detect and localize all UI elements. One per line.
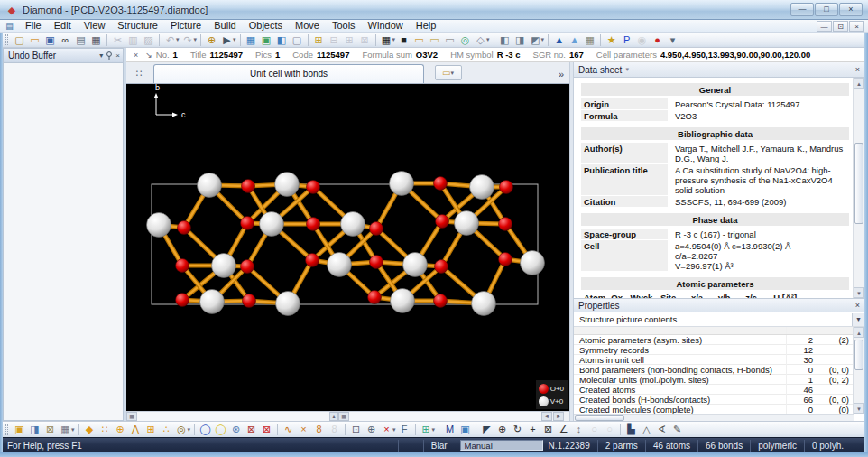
panel-yellow-icon[interactable]: ▣	[12, 423, 27, 436]
atom-o[interactable]	[241, 217, 254, 230]
picture-photo-icon[interactable]: ▣	[259, 33, 274, 47]
folder-up-icon[interactable]: ▭	[427, 33, 442, 47]
panel-menu-icon[interactable]: ▾	[625, 66, 629, 73]
menu-window[interactable]: Window	[362, 20, 410, 32]
hexagon-yellow-icon[interactable]: ◯	[213, 423, 228, 436]
blank-screen-icon[interactable]: ■	[396, 33, 411, 47]
cube-icon[interactable]: ⊡	[348, 423, 364, 436]
triangle-measure-icon[interactable]: △	[639, 423, 654, 436]
branch-bond-icon[interactable]: ⋀	[128, 423, 143, 436]
atom-v[interactable]	[470, 175, 494, 200]
picture-restore-icon[interactable]: ◧	[274, 33, 290, 47]
atom-o[interactable]	[178, 221, 191, 235]
toolbar-grip[interactable]	[5, 34, 8, 45]
atom-v[interactable]	[391, 289, 415, 313]
menu-help[interactable]: Help	[410, 20, 443, 32]
minimize-button[interactable]: —	[790, 3, 814, 16]
data-sheet-close-icon[interactable]: ×	[855, 65, 860, 74]
atom-v[interactable]	[455, 211, 479, 236]
pane-split-icon[interactable]: ▦	[126, 412, 137, 421]
scroll-up-icon[interactable]: ▲	[854, 78, 864, 89]
mdi-restore-button[interactable]: ⊡	[833, 21, 848, 32]
structure-canvas[interactable]: bc	[126, 84, 569, 411]
atom-v[interactable]	[472, 292, 496, 316]
atom-o[interactable]	[370, 256, 383, 269]
atom-v[interactable]	[390, 172, 414, 196]
properties-hscrollbar[interactable]	[574, 414, 854, 421]
spin-up-down-icon[interactable]: ▴	[329, 412, 338, 421]
window-cascade-icon[interactable]: ⊞	[311, 33, 327, 47]
atom-o[interactable]	[434, 177, 448, 191]
new-picture-button[interactable]: ▭ ▾	[435, 65, 462, 80]
atom-v[interactable]	[403, 253, 428, 277]
property-row[interactable]: Atoms in unit cell30	[574, 355, 853, 365]
goto-record-icon[interactable]: ↘	[145, 51, 152, 60]
chevron-down-icon[interactable]: ▾	[233, 36, 236, 43]
atom-v[interactable]	[200, 290, 225, 314]
menu-picture[interactable]: Picture	[164, 20, 208, 32]
atom-v[interactable]	[260, 212, 284, 237]
property-row[interactable]: Created bonds (H-bonds/contacts)66(0, 0)	[574, 395, 853, 405]
menu-structure[interactable]: Structure	[111, 20, 164, 32]
mdi-minimize-button[interactable]: —	[817, 21, 832, 32]
lattice-x-red-icon[interactable]: ⊠	[259, 423, 274, 436]
chevron-down-icon[interactable]: ▾	[432, 426, 436, 434]
property-row[interactable]: Created atoms46	[574, 385, 853, 395]
atom-o[interactable]	[499, 253, 512, 266]
cursor-icon[interactable]: ◤	[479, 423, 494, 436]
menu-file[interactable]: File	[19, 20, 48, 32]
open-folder-icon[interactable]: ▭	[27, 33, 42, 47]
chart-block-icon[interactable]: ▙	[623, 423, 639, 436]
fe-bond-icon[interactable]: F	[397, 423, 412, 436]
structure-viewport[interactable]: bc O+0V+0	[126, 84, 569, 411]
panel-close-icon[interactable]: ×	[115, 51, 120, 61]
property-row[interactable]: Symmetry records12	[574, 345, 853, 355]
angle-measure-icon[interactable]: ∢	[654, 423, 669, 436]
close-button[interactable]: ×	[839, 3, 863, 16]
atom-o[interactable]	[368, 291, 382, 304]
atom-o[interactable]	[436, 215, 449, 228]
scroll-left-icon[interactable]: ◄	[541, 412, 552, 421]
atom-diamond-icon[interactable]: ◆	[82, 423, 97, 436]
bond-link-icon[interactable]: ∿	[281, 423, 296, 436]
lattice-x-icon[interactable]: ⊠	[244, 423, 259, 436]
dropdown-arrow-icon[interactable]: ▼	[852, 313, 864, 326]
scroll-down-icon[interactable]: ▼	[854, 403, 864, 414]
atom-v[interactable]	[341, 212, 365, 237]
ring-cluster-icon[interactable]: ⊛	[228, 423, 244, 436]
save-icon[interactable]: ▣	[42, 33, 58, 47]
atom-o[interactable]	[434, 294, 448, 308]
menu-view[interactable]: View	[78, 20, 112, 32]
move-icon[interactable]: ⊕	[494, 423, 510, 436]
atom-v[interactable]	[275, 173, 300, 197]
layout-split-icon[interactable]: ◨	[512, 33, 528, 47]
mdi-close-button[interactable]: ×	[849, 21, 864, 32]
chevron-down-icon[interactable]: ▾	[486, 36, 490, 43]
print-icon[interactable]: ▦	[88, 33, 104, 47]
properties-close-icon[interactable]: ×	[855, 301, 860, 310]
atom-o[interactable]	[241, 260, 254, 274]
data-sheet-vscrollbar[interactable]: ▲ ▼	[853, 78, 864, 298]
folder-new-icon[interactable]: ▭	[411, 33, 427, 47]
add-atom-icon[interactable]: ⊕	[113, 423, 128, 436]
pan-hand-icon[interactable]: ⊕	[204, 33, 219, 47]
viewport-hscrollbar[interactable]: ▦ ▴ ▦ ◄ ►	[126, 411, 569, 421]
atom-o[interactable]	[176, 259, 189, 273]
find-icon[interactable]: ∞	[58, 33, 73, 47]
chevron-down-icon[interactable]: ▾	[392, 36, 396, 43]
atom-v[interactable]	[198, 173, 222, 198]
scroll-right-icon[interactable]: ►	[553, 412, 564, 421]
picture-new-icon[interactable]: ▦	[244, 33, 259, 47]
atom-v[interactable]	[276, 292, 300, 316]
scroll-thumb[interactable]	[854, 340, 863, 370]
properties-view-select[interactable]: Structure picture contents ▼	[574, 312, 865, 327]
close-record-icon[interactable]: ×	[134, 51, 138, 60]
scroll-thumb[interactable]	[854, 143, 863, 224]
rotate-icon[interactable]: ↻	[510, 423, 525, 436]
atom-v[interactable]	[212, 254, 236, 278]
spin-icon[interactable]: ↕	[571, 423, 586, 436]
chart-area-icon[interactable]: ▲	[567, 33, 582, 47]
pan-icon[interactable]: +	[525, 423, 540, 436]
atom-o[interactable]	[500, 181, 513, 194]
picture-frame-icon[interactable]: ▣	[457, 423, 473, 436]
